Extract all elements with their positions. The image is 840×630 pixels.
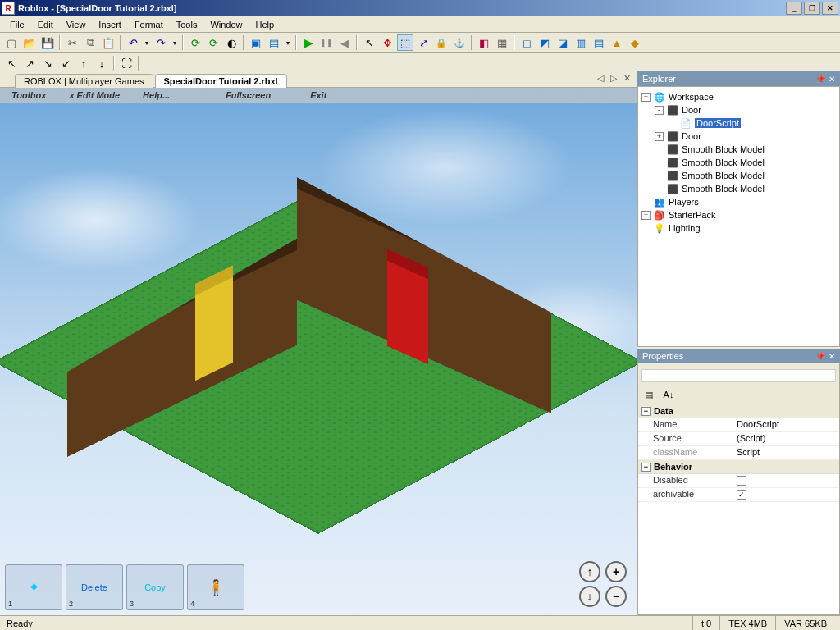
property-category[interactable]: −Behavior <box>638 460 839 474</box>
redo-button[interactable] <box>153 34 169 51</box>
explorer-tree[interactable]: +🌐Workspace-⬛Door📄DoorScript+⬛Door⬛Smoot… <box>638 87 839 238</box>
camera-up[interactable]: ↑ <box>579 561 600 582</box>
minimize-button[interactable]: _ <box>786 2 802 15</box>
arrow-up[interactable]: ↑ <box>75 55 92 71</box>
property-row[interactable]: classNameScript <box>638 446 839 460</box>
close-icon[interactable]: ✕ <box>829 352 835 361</box>
group-button[interactable]: ▣ <box>248 34 264 51</box>
collapse-icon[interactable]: − <box>641 407 651 416</box>
property-row[interactable]: NameDoorScript <box>638 418 839 432</box>
viewport-fullscreen[interactable]: Fullscreen <box>214 90 282 100</box>
checkbox[interactable]: ✓ <box>737 490 746 500</box>
viewport-toolbox[interactable]: Toolbox <box>0 90 57 100</box>
surface-studs[interactable]: ▥ <box>573 34 589 51</box>
arrow-down[interactable]: ↓ <box>94 55 110 71</box>
restore-button[interactable]: ❐ <box>804 2 820 15</box>
close-button[interactable]: ✕ <box>822 2 838 15</box>
checkbox[interactable] <box>737 476 746 486</box>
arrow-nw[interactable]: ↖ <box>3 55 20 71</box>
menu-tools[interactable]: Tools <box>170 18 204 31</box>
menu-edit[interactable]: Edit <box>31 18 60 31</box>
menu-window[interactable]: Window <box>203 18 249 31</box>
tab-next[interactable]: ▷ <box>608 73 619 84</box>
tree-toggle[interactable]: - <box>655 106 664 115</box>
expand-icon[interactable]: ⛶ <box>118 55 135 71</box>
surface-hinge[interactable]: ◆ <box>627 34 643 51</box>
arrow-ne[interactable]: ↗ <box>21 55 38 71</box>
group-dropdown[interactable]: ▾ <box>284 39 292 47</box>
tree-toggle[interactable]: + <box>641 93 651 102</box>
hotbar-slot-3[interactable]: 3Copy <box>126 564 184 610</box>
tilt-button[interactable]: ◐ <box>223 34 240 51</box>
cut-button[interactable] <box>64 34 80 51</box>
redo-dropdown[interactable]: ▾ <box>171 39 179 47</box>
hotbar-slot-4[interactable]: 4🧍 <box>187 564 244 610</box>
categorized-icon[interactable]: ▤ <box>641 387 656 402</box>
property-value[interactable]: DoorScript <box>733 418 839 431</box>
hotbar-slot-2[interactable]: 2Delete <box>66 564 123 610</box>
tree-row[interactable]: +⬛Door <box>640 130 838 143</box>
copy-button[interactable] <box>82 34 98 51</box>
tree-row[interactable]: ⬛Smooth Block Model <box>640 156 838 169</box>
tab-roblox-games[interactable]: ROBLOX | Multiplayer Games <box>15 74 153 88</box>
undo-button[interactable] <box>125 34 141 51</box>
properties-search[interactable] <box>641 369 836 382</box>
save-button[interactable] <box>39 34 56 51</box>
new-button[interactable] <box>3 34 20 51</box>
tree-row[interactable]: -⬛Door <box>640 103 838 116</box>
tree-toggle[interactable]: + <box>655 132 664 141</box>
property-row[interactable]: archivable✓ <box>638 488 839 502</box>
property-row[interactable]: Source(Script) <box>638 432 839 446</box>
tab-prev[interactable]: ◁ <box>595 73 606 84</box>
tree-row[interactable]: ⬛Smooth Block Model <box>640 182 838 195</box>
camera-down[interactable]: ↓ <box>579 586 600 607</box>
menu-view[interactable]: View <box>60 18 93 31</box>
arrow-sw[interactable]: ↙ <box>57 55 74 71</box>
viewport-exit[interactable]: Exit <box>299 90 338 100</box>
tab-specialdoor[interactable]: SpecialDoor Tutorial 2.rbxl <box>155 74 287 88</box>
properties-header[interactable]: Properties 📌 ✕ <box>637 349 840 363</box>
surface-universal[interactable]: ▲ <box>609 34 625 51</box>
camera-zoom-in[interactable]: + <box>605 561 627 582</box>
close-icon[interactable]: ✕ <box>829 75 835 84</box>
move-tool[interactable] <box>379 34 395 51</box>
property-value[interactable]: ✓ <box>733 488 839 501</box>
tree-row[interactable]: ⬛Smooth Block Model <box>640 143 838 156</box>
material-tool[interactable]: ▦ <box>494 34 510 51</box>
lock-tool[interactable] <box>433 34 450 51</box>
alphabetical-icon[interactable]: A↓ <box>661 387 676 402</box>
tree-row[interactable]: ⬛Smooth Block Model <box>640 169 838 182</box>
rotate-left-button[interactable] <box>187 34 203 51</box>
anchor-tool[interactable] <box>451 34 468 51</box>
surface-weld[interactable]: ◪ <box>555 34 571 51</box>
property-category[interactable]: −Data <box>638 404 839 418</box>
viewport-editmode[interactable]: x Edit Mode <box>57 90 131 100</box>
menu-help[interactable]: Help <box>249 18 281 31</box>
undo-dropdown[interactable]: ▾ <box>143 39 151 47</box>
properties-grid[interactable]: −DataNameDoorScriptSource(Script)classNa… <box>637 404 840 615</box>
property-value[interactable]: Script <box>733 446 839 459</box>
arrow-se[interactable]: ↘ <box>39 55 56 71</box>
viewport-help[interactable]: Help... <box>131 90 181 100</box>
tree-row[interactable]: +🌐Workspace <box>640 90 838 103</box>
scale-tool[interactable] <box>415 34 431 51</box>
menu-format[interactable]: Format <box>128 18 170 31</box>
surface-inlet[interactable]: ▤ <box>591 34 607 51</box>
tree-row[interactable]: 💡Lighting <box>640 221 838 235</box>
property-row[interactable]: Disabled <box>638 474 839 488</box>
stop-button[interactable] <box>336 34 353 51</box>
surface-smooth[interactable]: ◻ <box>518 34 535 51</box>
select-tool[interactable] <box>361 34 377 51</box>
open-button[interactable] <box>21 34 38 51</box>
property-value[interactable]: (Script) <box>733 432 839 445</box>
property-value[interactable] <box>733 474 839 487</box>
paste-button[interactable] <box>100 34 116 51</box>
menu-file[interactable]: File <box>3 18 31 31</box>
play-button[interactable] <box>300 34 317 51</box>
tree-row[interactable]: 👥Players <box>640 195 838 208</box>
viewport-3d[interactable]: Toolbox x Edit Mode Help... Fullscreen E… <box>0 88 637 615</box>
surface-glue[interactable]: ◩ <box>536 34 553 51</box>
pause-button[interactable] <box>318 34 335 51</box>
rotate-right-button[interactable] <box>205 34 221 51</box>
tab-close[interactable]: ✕ <box>621 73 633 84</box>
